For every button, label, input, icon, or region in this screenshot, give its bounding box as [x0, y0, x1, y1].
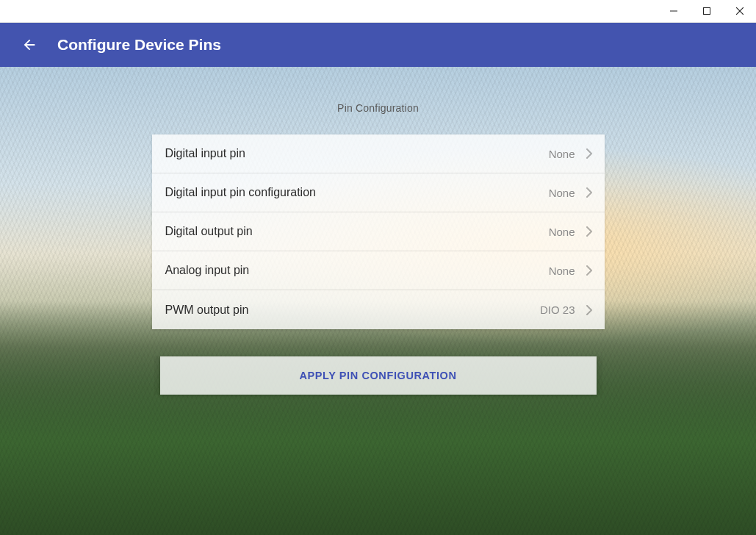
window-titlebar	[0, 0, 756, 23]
row-value: DIO 23	[540, 304, 575, 316]
svg-line-2	[736, 7, 744, 15]
row-pwm-output-pin[interactable]: PWM output pin DIO 23	[152, 290, 605, 329]
svg-line-3	[736, 7, 744, 15]
row-label: Analog input pin	[165, 264, 549, 277]
row-label: Digital input pin	[165, 147, 549, 160]
chevron-right-icon	[583, 224, 597, 239]
section-title: Pin Configuration	[152, 102, 605, 114]
chevron-right-icon	[583, 146, 597, 161]
center-column: Pin Configuration Digital input pin None…	[152, 102, 605, 395]
row-value: None	[549, 187, 575, 199]
row-value: None	[549, 148, 575, 160]
chevron-right-icon	[583, 185, 597, 200]
chevron-right-icon	[583, 303, 597, 317]
row-digital-input-pin[interactable]: Digital input pin None	[152, 134, 605, 173]
row-digital-output-pin[interactable]: Digital output pin None	[152, 212, 605, 251]
arrow-left-icon	[21, 37, 37, 53]
svg-rect-1	[703, 8, 710, 15]
row-value: None	[549, 226, 575, 238]
back-button[interactable]	[15, 30, 44, 60]
row-analog-input-pin[interactable]: Analog input pin None	[152, 251, 605, 290]
close-icon[interactable]	[723, 0, 756, 22]
maximize-icon[interactable]	[690, 0, 723, 22]
row-label: Digital input pin configuration	[165, 186, 549, 199]
page-title: Configure Device Pins	[57, 36, 221, 54]
content-area: Pin Configuration Digital input pin None…	[0, 67, 756, 535]
app-header: Configure Device Pins	[0, 23, 756, 67]
apply-button-label: APPLY PIN CONFIGURATION	[299, 370, 456, 381]
chevron-right-icon	[583, 263, 597, 278]
row-digital-input-pin-configuration[interactable]: Digital input pin configuration None	[152, 173, 605, 212]
pin-config-card: Digital input pin None Digital input pin…	[152, 134, 605, 329]
row-value: None	[549, 265, 575, 277]
row-label: Digital output pin	[165, 225, 549, 238]
apply-pin-configuration-button[interactable]: APPLY PIN CONFIGURATION	[160, 356, 597, 395]
minimize-icon[interactable]	[657, 0, 690, 22]
row-label: PWM output pin	[165, 304, 540, 317]
